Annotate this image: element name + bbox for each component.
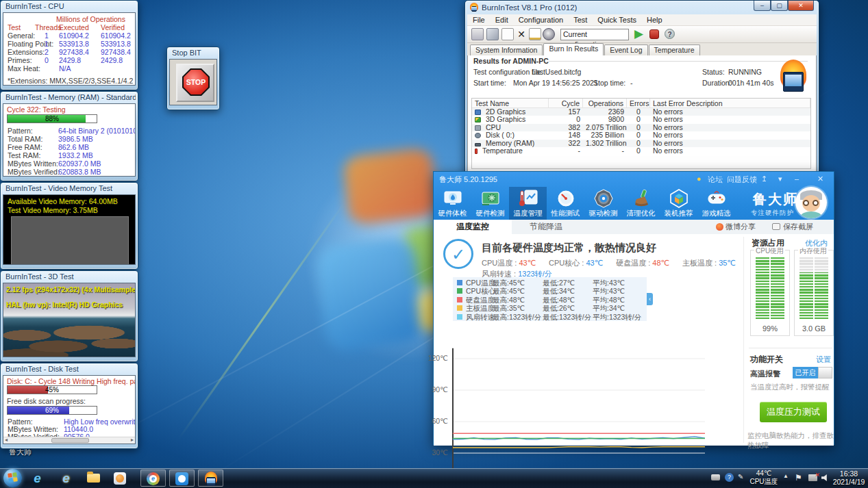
window-body: Disk: C: - Cycle 148 Writing High freq. … (3, 375, 136, 444)
scroll-left-arrow-icon[interactable]: ◂ (5, 437, 8, 443)
nav-hardware-checkup[interactable]: 硬件体检 (434, 187, 471, 220)
taskbar-burnintest-button[interactable] (198, 470, 223, 487)
taskbar-masterlu-button[interactable] (169, 470, 195, 487)
table-row[interactable]: Memory (RAM)3221.302 Trillion0No errors (472, 140, 810, 147)
taskbar-media-player-icon[interactable] (112, 470, 129, 487)
skin-icon[interactable]: ▾ (778, 175, 782, 183)
report-icon[interactable] (471, 28, 484, 40)
legend-collapse-button[interactable]: ‹ (647, 293, 653, 305)
nav-performance-test[interactable]: 性能测试 (547, 187, 584, 220)
taskbar-explorer-icon[interactable] (85, 470, 102, 487)
y-tick-label: 60℃ (432, 417, 448, 425)
cpu-row: Max Heat:N/A (3, 64, 135, 73)
start-button[interactable] (3, 469, 22, 487)
tray-pen-icon[interactable]: ✎ (738, 473, 743, 480)
menu-edit[interactable]: Edit (495, 16, 508, 25)
tab-system-information[interactable]: System Information (470, 44, 543, 55)
table-row[interactable]: 3D Graphics098000No errors (472, 116, 810, 123)
nav-game-selection[interactable]: 游戏精选 (697, 187, 735, 220)
save-screenshot-link[interactable]: 保存截屏 (783, 220, 827, 234)
start-tests-button[interactable]: ▶ (634, 27, 643, 41)
tray-show-hidden-icon[interactable]: ▲ (783, 473, 789, 479)
taskbar-ie-classic-icon[interactable]: e (58, 470, 75, 487)
share-icon[interactable]: ↥ (761, 175, 767, 183)
menu-help[interactable]: Help (647, 16, 662, 25)
window-title[interactable]: Stop BIT (169, 47, 217, 59)
close-button[interactable]: ✕ (788, 1, 814, 11)
machine-icon[interactable] (486, 28, 499, 40)
help-button[interactable]: ? (665, 29, 675, 39)
table-row[interactable]: Temperature--0No errors (472, 147, 810, 155)
legend-swatch (457, 297, 462, 303)
disk-cycle-status: Disk: C: - Cycle 148 Writing High freq. … (3, 377, 135, 385)
window-title[interactable]: BurnInTest V8.1 Pro (1012) (482, 3, 577, 13)
window-title[interactable]: BurnInTest - Memory (RAM) - Standard (3, 92, 136, 103)
menu-configuration[interactable]: Configuration (519, 16, 563, 25)
taskbar-browser-button[interactable]: e (140, 470, 166, 487)
tray-device-icon[interactable] (711, 474, 720, 480)
configuration-select[interactable]: Current configuration ▾ (560, 29, 629, 40)
forum-link[interactable]: 论坛 (708, 175, 723, 185)
scroll-thumb[interactable] (51, 438, 89, 443)
stop-bit-button[interactable]: STOP (176, 64, 214, 102)
minimize-button[interactable]: – (754, 1, 771, 11)
certificate-icon[interactable] (529, 28, 541, 40)
board-temp-label: 主板温度 : (682, 259, 719, 267)
window-title[interactable]: BurnInTest - 3D Test (3, 271, 136, 283)
2d-graphics-icon (475, 110, 481, 115)
gauge-icon[interactable] (543, 28, 555, 40)
temperature-stress-test-button[interactable]: 温度压力测试 (760, 402, 827, 422)
maximize-button[interactable]: ▢ (771, 1, 788, 11)
tray-cpu-temperature[interactable]: 44℃ CPU温度 (749, 470, 779, 486)
results-table-header[interactable]: Test Name Cycle Operations Errors Last E… (472, 99, 810, 108)
col-errors[interactable]: Errors (627, 99, 650, 107)
menu-file[interactable]: File (473, 16, 485, 25)
minimize-button[interactable]: – (795, 175, 799, 183)
tray-action-center-icon[interactable]: ⚑ (795, 473, 802, 483)
window-title[interactable]: BurnInTest - CPU (3, 1, 136, 12)
settings-link[interactable]: 设置 (816, 355, 831, 365)
start-time-value: Mon Apr 19 14:56:25 2021 (513, 79, 598, 87)
clipboard-icon[interactable] (501, 28, 514, 40)
tab-burn-in-results[interactable]: Burn In Results (543, 43, 604, 55)
tray-help-icon[interactable]: ? (725, 473, 734, 482)
window-title[interactable]: BurnInTest - Video Memory Test (3, 183, 136, 194)
tray-volume-icon[interactable] (821, 474, 830, 482)
tab-temperature-monitor[interactable]: 温度监控 (434, 220, 512, 234)
disk-horizontal-scrollbar[interactable]: ◂ ▸ (3, 437, 135, 444)
nav-hardware-detect[interactable]: 硬件检测 (471, 187, 509, 220)
temperature-readouts: CPU温度 : 43℃ CPU核心 : 43℃ 硬盘温度 : 48℃ 主板温度 … (482, 258, 747, 268)
menu-quick-tests[interactable]: Quick Tests (597, 16, 636, 25)
table-row[interactable]: 2D Graphics15723690No errors (472, 108, 810, 116)
tray-network-icon[interactable]: ✕ (808, 474, 817, 481)
tab-energy-cooling[interactable]: 节能降温 (512, 220, 580, 234)
stop-tests-button[interactable] (649, 29, 659, 39)
tab-temperature[interactable]: Temperature (649, 44, 700, 55)
tray-clock[interactable]: 16:38 2021/4/19 (832, 470, 865, 486)
close-button[interactable]: ✕ (817, 175, 823, 183)
taskbar-ie-icon[interactable]: e (29, 470, 46, 487)
col-last-error[interactable]: Last Error Description (650, 99, 810, 107)
col-operations[interactable]: Operations (583, 99, 627, 107)
nav-cleanup-optimize[interactable]: 清理优化 (622, 187, 660, 220)
nav-build-recommend[interactable]: 装机推荐 (660, 187, 697, 220)
nav-driver-detect[interactable]: 驱动检测 (584, 187, 622, 220)
scroll-right-arrow-icon[interactable]: ▸ (131, 437, 134, 443)
brand-logo-text: 鲁大师 (753, 190, 798, 209)
medal-icon[interactable]: ● (697, 175, 702, 183)
nav-temperature-management[interactable]: 温度管理 (509, 187, 547, 220)
window-title[interactable]: BurnInTest - Disk Test (3, 363, 136, 375)
col-cycle[interactable]: Cycle (549, 99, 583, 107)
delete-icon[interactable]: ✕ (515, 28, 528, 40)
feedback-link[interactable]: 问题反馈 (727, 175, 757, 185)
tab-event-log[interactable]: Event Log (604, 44, 647, 55)
window-title[interactable]: 鲁大师 5.20.1295 (439, 175, 497, 185)
c pu-icon (475, 125, 481, 131)
weibo-share-link[interactable]: 微博分享 (726, 220, 768, 234)
table-row[interactable]: Disk ( 0:)148235 Billion0No errors (472, 131, 810, 139)
high-temp-alarm-toggle[interactable]: 已开启 (793, 367, 832, 378)
avatar-glasses (813, 200, 819, 206)
col-test-name[interactable]: Test Name (472, 99, 549, 107)
table-row[interactable]: CPU3822.075 Trillion0No errors (472, 124, 810, 131)
menu-test[interactable]: Test (573, 16, 587, 25)
